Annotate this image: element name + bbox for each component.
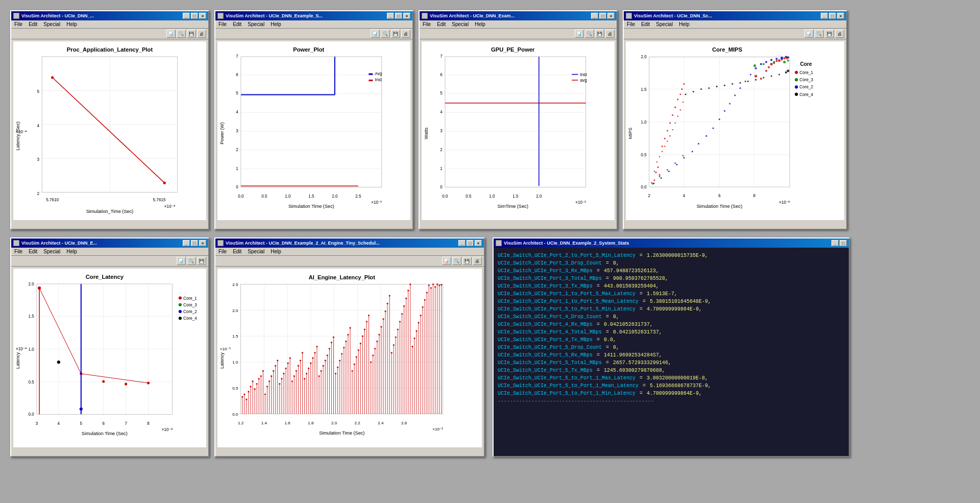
minimize-btn-stats[interactable]: _	[831, 240, 839, 246]
title-bar-stats[interactable]: VisuSim Architect - UCIe_DNN_Example_2_S…	[494, 238, 849, 248]
svg-point-15	[51, 76, 54, 79]
tb-btn-cl-2[interactable]: 🔍	[187, 257, 196, 265]
svg-point-285	[266, 386, 267, 387]
maximize-btn-core-mips[interactable]: □	[829, 13, 836, 19]
menu-file-cl[interactable]: File	[13, 248, 23, 255]
svg-point-397	[383, 319, 384, 320]
menu-file-gpu[interactable]: File	[422, 21, 432, 28]
title-text-power: VisuSim Architect - UCIe_DNN_Example_S..…	[226, 13, 323, 18]
menu-file-cm[interactable]: File	[626, 21, 636, 28]
menu-file-power[interactable]: File	[217, 21, 228, 28]
menu-help-power[interactable]: Help	[270, 21, 282, 28]
tb-btn-gpu-1[interactable]: 📊	[575, 30, 584, 38]
menu-special-power[interactable]: Special	[247, 21, 265, 28]
tb-btn-gpu-2[interactable]: 🔍	[585, 30, 594, 38]
svg-point-178	[785, 71, 787, 74]
minimize-btn-gpu[interactable]: _	[591, 13, 598, 19]
menu-special-proc[interactable]: Special	[42, 21, 61, 28]
minimize-btn-proc-latency[interactable]: _	[183, 13, 190, 19]
svg-point-146	[692, 151, 693, 152]
window-icon-power	[217, 13, 224, 19]
tb-btn-cl-1[interactable]: 📊	[177, 257, 186, 265]
close-btn-cl[interactable]: ×	[199, 240, 206, 246]
tb-btn-ai-1[interactable]: 📊	[442, 257, 451, 265]
maximize-btn-cl[interactable]: □	[191, 240, 198, 246]
menu-help-cl[interactable]: Help	[65, 248, 78, 255]
menu-edit-proc[interactable]: Edit	[28, 21, 38, 28]
menu-special-cm[interactable]: Special	[655, 21, 674, 28]
minimize-btn-core-mips[interactable]: _	[821, 13, 828, 19]
close-btn-gpu[interactable]: ×	[607, 13, 615, 19]
plot-title-power: Power_Plot	[293, 46, 324, 53]
menu-edit-cl[interactable]: Edit	[28, 248, 38, 255]
menu-edit-ai[interactable]: Edit	[232, 248, 242, 255]
tb-btn-1[interactable]: 📊	[166, 30, 176, 38]
maximize-btn-gpu[interactable]: □	[599, 13, 606, 19]
title-bar-gpu[interactable]: VisuSim Architect - UCIe_DNN_Exam... _ □…	[420, 11, 617, 20]
minimize-btn-ai[interactable]: _	[458, 240, 465, 246]
svg-point-449	[436, 284, 437, 285]
tb-btn-cm-4[interactable]: 🖨	[835, 30, 844, 38]
close-btn-core-mips[interactable]: ×	[837, 13, 844, 19]
tb-btn-ai-4[interactable]: 🖨	[473, 257, 482, 265]
title-bar-ai-engine[interactable]: VisuSim Architect - UCIe_DNN_Example_2_A…	[215, 238, 484, 248]
svg-point-433	[420, 315, 421, 316]
maximize-btn-proc-latency[interactable]: □	[191, 13, 198, 19]
svg-point-405	[391, 352, 392, 353]
svg-text:3: 3	[36, 421, 38, 426]
tb-btn-cl-3[interactable]: 💾	[197, 257, 206, 265]
svg-text:×10⁻⁴: ×10⁻⁴	[16, 347, 27, 351]
menu-file-ai[interactable]: File	[217, 248, 228, 255]
tb-btn-3[interactable]: 💾	[187, 30, 196, 38]
close-btn-proc-latency[interactable]: ×	[199, 13, 206, 19]
svg-point-158	[760, 63, 762, 65]
tb-btn-cm-1[interactable]: 📊	[804, 30, 814, 38]
menu-file-proc[interactable]: File	[13, 21, 23, 28]
menu-special-gpu[interactable]: Special	[451, 21, 470, 28]
svg-point-379	[364, 329, 365, 330]
svg-point-395	[381, 326, 382, 327]
menu-edit-gpu[interactable]: Edit	[436, 21, 447, 28]
menu-help-proc[interactable]: Help	[65, 21, 78, 28]
tb-btn-gpu-3[interactable]: 💾	[595, 30, 604, 38]
tb-btn-cm-2[interactable]: 🔍	[815, 30, 824, 38]
close-btn-power[interactable]: ×	[403, 13, 410, 19]
menu-help-gpu[interactable]: Help	[474, 21, 486, 28]
tb-btn-power-4[interactable]: 🖨	[401, 30, 410, 38]
minimize-btn-power[interactable]: _	[387, 13, 394, 19]
menu-help-ai[interactable]: Help	[270, 248, 282, 255]
svg-point-165	[685, 93, 687, 95]
stats-line-13: UCIe_Switch_UCIe_Port_5_Drop_Count = 0,	[498, 344, 845, 351]
menu-special-ai[interactable]: Special	[247, 248, 265, 255]
menu-bar-gpu: File Edit Special Help	[420, 20, 617, 29]
title-bar-core-latency[interactable]: VisuSim Architect - UCIe_DNN_E... _ □ ×	[11, 238, 208, 248]
close-btn-ai[interactable]: ×	[475, 240, 482, 246]
tb-btn-cm-3[interactable]: 💾	[825, 30, 834, 38]
toolbar-gpu: 📊 🔍 💾 🖨	[420, 29, 617, 39]
tb-btn-power-1[interactable]: 📊	[371, 30, 380, 38]
svg-point-94	[654, 179, 655, 181]
title-bar-core-mips[interactable]: VisuSim Architect - UCIe_DNN_Sc... _ □ ×	[624, 11, 846, 20]
menu-edit-cm[interactable]: Edit	[640, 21, 651, 28]
svg-text:Core_1: Core_1	[799, 70, 813, 75]
title-bar-proc-latency[interactable]: VisuSim Architect - UCIe_DNN_... _ □ ×	[11, 11, 208, 20]
tb-btn-4[interactable]: 🖨	[197, 30, 206, 38]
svg-point-411	[397, 329, 398, 330]
menu-help-cm[interactable]: Help	[678, 21, 691, 28]
svg-point-97	[659, 174, 660, 176]
svg-point-363	[348, 334, 349, 335]
menu-special-cl[interactable]: Special	[42, 248, 61, 255]
tb-btn-power-3[interactable]: 💾	[391, 30, 400, 38]
tb-btn-ai-3[interactable]: 💾	[462, 257, 472, 265]
tb-btn-ai-2[interactable]: 🔍	[452, 257, 461, 265]
title-bar-power[interactable]: VisuSim Architect - UCIe_DNN_Example_S..…	[215, 11, 412, 20]
maximize-btn-power[interactable]: □	[395, 13, 402, 19]
tb-btn-gpu-4[interactable]: 🖨	[605, 30, 615, 38]
maximize-btn-stats[interactable]: □	[840, 240, 847, 246]
minimize-btn-cl[interactable]: _	[183, 240, 190, 246]
tb-btn-2[interactable]: 🔍	[177, 30, 186, 38]
tb-btn-power-2[interactable]: 🔍	[381, 30, 390, 38]
maximize-btn-ai[interactable]: □	[467, 240, 474, 246]
svg-point-413	[399, 321, 400, 322]
menu-edit-power[interactable]: Edit	[232, 21, 242, 28]
